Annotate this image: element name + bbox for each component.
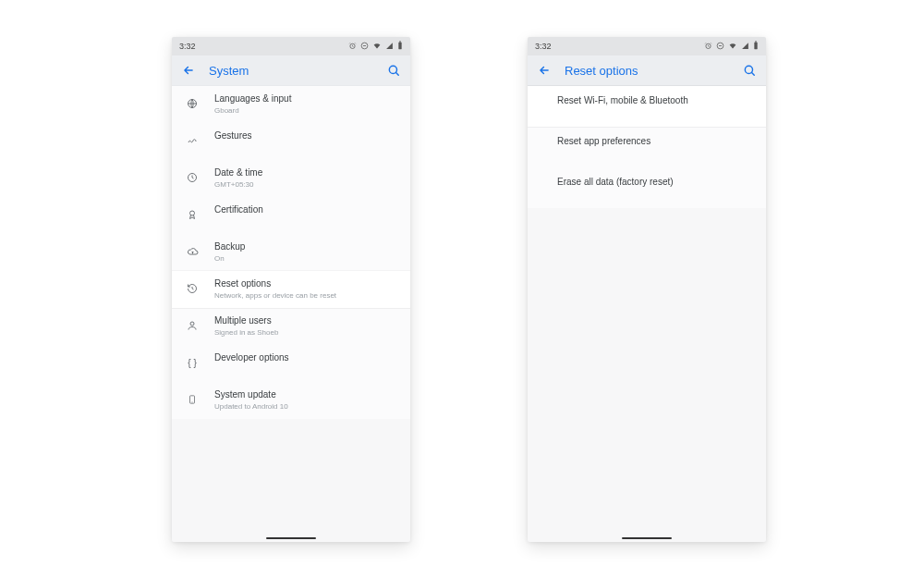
row-label: Date & time: [214, 167, 262, 178]
row-sub: Network, apps or device can be reset: [214, 291, 336, 301]
row-reset-network[interactable]: Reset Wi-Fi, mobile & Bluetooth: [528, 86, 766, 127]
statusbar: 3:32: [528, 37, 766, 55]
wifi-icon: [372, 42, 382, 52]
row-reset-app-prefs[interactable]: Reset app preferences: [528, 127, 766, 167]
globe-icon: [185, 93, 200, 113]
cloud-icon: [185, 241, 200, 261]
row-sub: GMT+05:30: [214, 180, 262, 190]
page-title: System: [209, 64, 373, 78]
row-date-time[interactable]: Date & time GMT+05:30: [172, 160, 410, 197]
ribbon-icon: [185, 204, 200, 224]
row-label: System update: [214, 389, 288, 400]
row-label: Erase all data (factory reset): [557, 177, 674, 188]
row-backup[interactable]: Backup On: [172, 234, 410, 271]
back-button[interactable]: [181, 63, 196, 78]
row-label: Certification: [214, 204, 263, 215]
row-label: Languages & input: [214, 93, 291, 105]
row-label: Reset Wi-Fi, mobile & Bluetooth: [557, 95, 688, 106]
dnd-icon: [360, 42, 369, 52]
alarm-icon: [348, 42, 357, 52]
row-label: Reset app preferences: [557, 136, 650, 147]
row-label: Reset options: [214, 278, 336, 289]
svg-rect-2: [398, 43, 401, 50]
statusbar: 3:32: [172, 37, 410, 55]
battery-icon: [397, 41, 403, 52]
row-languages-input[interactable]: Languages & input Gboard: [172, 86, 410, 123]
phone-system: 3:32 System: [172, 37, 410, 542]
svg-rect-13: [755, 41, 757, 42]
status-time: 3:32: [179, 42, 196, 51]
svg-rect-3: [399, 41, 401, 42]
settings-list: Languages & input Gboard Gestures Date &…: [172, 86, 410, 419]
battery-icon: [753, 41, 759, 52]
row-label: Gestures: [214, 130, 252, 141]
row-multiple-users[interactable]: Multiple users Signed in as Shoeb: [172, 308, 410, 345]
status-time: 3:32: [535, 42, 552, 51]
braces-icon: { }: [185, 352, 200, 372]
row-reset-options[interactable]: Reset options Network, apps or device ca…: [172, 271, 410, 308]
row-label: Developer options: [214, 352, 289, 363]
svg-rect-12: [754, 43, 757, 50]
appbar: Reset options: [528, 55, 766, 86]
status-icons: [348, 41, 403, 52]
svg-point-8: [190, 322, 194, 326]
search-button[interactable]: [742, 63, 757, 78]
row-sub: Updated to Android 10: [214, 402, 288, 412]
page-title: Reset options: [565, 64, 729, 78]
phone-icon: [185, 389, 200, 409]
phone-reset-options: 3:32 Reset options Reset Wi-Fi, mobile &…: [528, 37, 766, 542]
clock-icon: [185, 167, 200, 187]
row-certification[interactable]: Certification: [172, 197, 410, 234]
search-button[interactable]: [386, 63, 401, 78]
row-system-update[interactable]: System update Updated to Android 10: [172, 382, 410, 419]
dnd-icon: [716, 42, 724, 52]
status-icons: [704, 41, 759, 52]
svg-point-7: [190, 211, 195, 215]
row-label: Multiple users: [214, 315, 278, 326]
nav-handle[interactable]: [266, 537, 316, 539]
row-gestures[interactable]: Gestures: [172, 123, 410, 160]
signal-icon: [385, 42, 394, 52]
row-label: Backup: [214, 241, 245, 252]
history-icon: [185, 278, 200, 298]
appbar: System: [172, 55, 410, 86]
signal-icon: [741, 42, 749, 52]
row-sub: On: [214, 254, 245, 264]
gesture-icon: [185, 130, 200, 150]
row-factory-reset[interactable]: Erase all data (factory reset): [528, 167, 766, 208]
reset-list: Reset Wi-Fi, mobile & Bluetooth Reset ap…: [528, 86, 766, 208]
row-developer-options[interactable]: { } Developer options: [172, 345, 410, 382]
row-sub: Gboard: [214, 106, 291, 116]
user-icon: [185, 315, 200, 335]
row-sub: Signed in as Shoeb: [214, 328, 278, 338]
alarm-icon: [704, 42, 712, 52]
nav-handle[interactable]: [622, 537, 672, 539]
back-button[interactable]: [537, 63, 552, 78]
wifi-icon: [728, 42, 737, 52]
